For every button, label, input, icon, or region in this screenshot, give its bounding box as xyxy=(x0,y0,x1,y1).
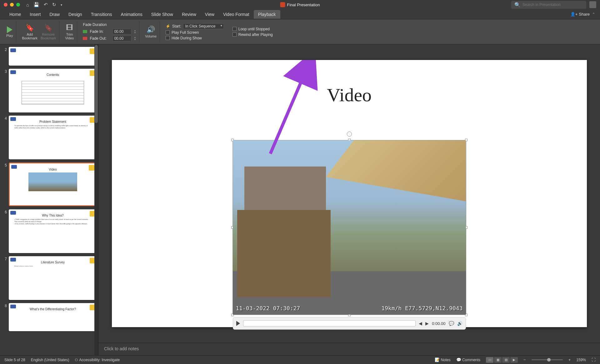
tab-home[interactable]: Home xyxy=(5,10,25,19)
save-icon[interactable]: 💾 xyxy=(33,2,39,7)
fit-to-window-button[interactable]: ⛶ xyxy=(592,357,596,362)
slide-thumb-5[interactable]: Video xyxy=(9,162,97,206)
zoom-in-button[interactable]: + xyxy=(568,357,571,362)
tab-insert[interactable]: Insert xyxy=(25,10,45,19)
fade-in-spinner[interactable]: ▲▼ xyxy=(134,29,136,34)
slideshow-view-button[interactable]: ▶ xyxy=(510,357,518,363)
slide-counter[interactable]: Slide 5 of 28 xyxy=(4,358,25,362)
video-object[interactable]: ↻ 11-03-2022 07:30:27 19k xyxy=(232,140,466,315)
tab-playback[interactable]: Playback xyxy=(254,10,280,19)
thumbs-scrollbar[interactable] xyxy=(94,44,98,355)
undo-icon[interactable]: ↶ xyxy=(44,2,48,7)
notes-pane[interactable]: Click to add notes xyxy=(98,343,600,355)
play-button[interactable]: Play xyxy=(6,26,13,37)
add-bookmark-icon: 🔖 xyxy=(26,24,34,32)
loop-label: Loop until Stopped xyxy=(238,27,270,31)
play-fullscreen-checkbox[interactable] xyxy=(166,30,170,34)
maximize-window[interactable] xyxy=(16,3,20,7)
hide-during-show-checkbox[interactable] xyxy=(166,36,170,40)
play-fullscreen-label: Play Full Screen xyxy=(172,30,199,35)
user-avatar[interactable] xyxy=(589,1,596,8)
video-controls: ◀ ▶ 0:00.00 💬 🔊 xyxy=(233,317,466,330)
tab-slide-show[interactable]: Slide Show xyxy=(147,10,178,19)
slide-canvas[interactable]: Video ↻ 11-03-2022 xyxy=(98,44,600,343)
slide-thumb-2[interactable] xyxy=(9,47,97,66)
normal-view-button[interactable]: ▭ xyxy=(486,357,493,363)
rotate-handle[interactable]: ↻ xyxy=(347,132,352,137)
hide-during-show-label: Hide During Show xyxy=(172,36,202,40)
notes-button[interactable]: 📝 Notes xyxy=(435,357,451,362)
tab-review[interactable]: Review xyxy=(178,10,201,19)
trim-video-button[interactable]: 🎞 Trim Video xyxy=(65,24,74,40)
chevron-down-icon: ▾ xyxy=(221,24,222,27)
thumb-number: 8 xyxy=(2,303,7,331)
remove-bookmark-button: 🔖 Remove Bookmark xyxy=(41,24,56,40)
redo-icon[interactable]: ↻ xyxy=(52,2,56,7)
language-indicator[interactable]: English (United States) xyxy=(31,358,69,362)
titlebar: ⌂ 💾 ↶ ↻ ▾ Final Presentation 🔍 xyxy=(0,0,600,9)
volume-button[interactable]: 🔊 Volume xyxy=(145,26,157,38)
slide: Video ↻ 11-03-2022 xyxy=(112,60,587,327)
powerpoint-icon xyxy=(280,2,285,7)
comments-button[interactable]: 💬 Comments xyxy=(456,357,480,362)
share-icon: 👤+ xyxy=(570,12,578,17)
fade-out-input[interactable] xyxy=(112,36,131,41)
ribbon-collapse-icon[interactable]: ⌃ xyxy=(592,12,595,16)
home-icon[interactable]: ⌂ xyxy=(26,2,29,7)
trim-video-icon: 🎞 xyxy=(66,24,73,32)
tab-draw[interactable]: Draw xyxy=(45,10,64,19)
sorter-view-button[interactable]: ▦ xyxy=(494,357,502,363)
window-title: Final Presentation xyxy=(280,2,320,7)
rewind-checkbox[interactable] xyxy=(232,32,237,37)
zoom-slider-thumb[interactable] xyxy=(547,358,551,362)
video-step-back-icon[interactable]: ◀ xyxy=(419,321,422,326)
loop-checkbox[interactable] xyxy=(232,27,237,31)
video-play-button[interactable] xyxy=(236,321,240,326)
main-area: 2 3 Contents 4 Problem Statement To opti… xyxy=(0,44,600,355)
tab-view[interactable]: View xyxy=(201,10,219,19)
zoom-out-button[interactable]: − xyxy=(523,357,526,362)
qat-dropdown-icon[interactable]: ▾ xyxy=(61,3,62,7)
video-time: 0:00.00 xyxy=(432,321,445,326)
slide-thumb-3[interactable]: Contents xyxy=(9,69,97,112)
notes-placeholder: Click to add notes xyxy=(104,346,139,351)
minimize-window[interactable] xyxy=(10,3,14,7)
ribbon: Play 🔖 Add Bookmark 🔖 Remove Bookmark 🎞 … xyxy=(0,19,600,44)
tab-transitions[interactable]: Transitions xyxy=(87,10,117,19)
tab-design[interactable]: Design xyxy=(64,10,87,19)
view-buttons: ▭ ▦ ▤ ▶ xyxy=(486,357,518,363)
start-dropdown[interactable]: In Click Sequence ▾ xyxy=(183,23,224,29)
slide-thumb-6[interactable]: Why This Idea? • Traffic congestion is a… xyxy=(9,209,97,253)
search-input[interactable] xyxy=(522,2,583,7)
thumb-number: 7 xyxy=(2,256,7,300)
video-step-forward-icon[interactable]: ▶ xyxy=(425,321,429,326)
comments-icon: 💬 xyxy=(456,357,461,362)
remove-bookmark-icon: 🔖 xyxy=(44,24,52,32)
zoom-level[interactable]: 159% xyxy=(576,358,586,362)
accessibility-button[interactable]: ⚇ Accessibility: Investigate xyxy=(75,358,120,362)
statusbar: Slide 5 of 28 English (United States) ⚇ … xyxy=(0,355,600,364)
video-volume-icon[interactable]: 🔊 xyxy=(457,321,462,326)
close-window[interactable] xyxy=(4,3,8,7)
thumb-number: 6 xyxy=(2,209,7,253)
add-bookmark-button[interactable]: 🔖 Add Bookmark xyxy=(22,24,38,40)
search-box[interactable]: 🔍 xyxy=(511,1,586,9)
slide-thumb-7[interactable]: Literature Survey Multiple reference cit… xyxy=(9,256,97,300)
fade-out-spinner[interactable]: ▲▼ xyxy=(134,36,136,41)
tab-animations[interactable]: Animations xyxy=(117,10,147,19)
video-gps: 19km/h E77.5729,N12.9043 xyxy=(381,305,462,312)
document-title: Final Presentation xyxy=(287,2,320,7)
zoom-slider[interactable] xyxy=(532,359,563,360)
video-seek-track[interactable] xyxy=(243,320,416,327)
video-caption-icon[interactable]: 💬 xyxy=(449,321,454,326)
slide-title[interactable]: Video xyxy=(327,84,372,106)
ribbon-tabs: Home Insert Draw Design Transitions Anim… xyxy=(0,9,600,19)
fade-in-input[interactable] xyxy=(112,29,131,34)
slide-thumb-4[interactable]: Problem Statement To optimize the flow o… xyxy=(9,116,97,159)
accessibility-icon: ⚇ xyxy=(75,358,78,362)
slide-thumb-8[interactable]: What's the Differentiating Factor? xyxy=(9,303,97,331)
share-button[interactable]: 👤+ Share xyxy=(570,12,590,17)
reading-view-button[interactable]: ▤ xyxy=(502,357,510,363)
scrollbar-thumb[interactable] xyxy=(95,45,98,123)
tab-video-format[interactable]: Video Format xyxy=(219,10,254,19)
